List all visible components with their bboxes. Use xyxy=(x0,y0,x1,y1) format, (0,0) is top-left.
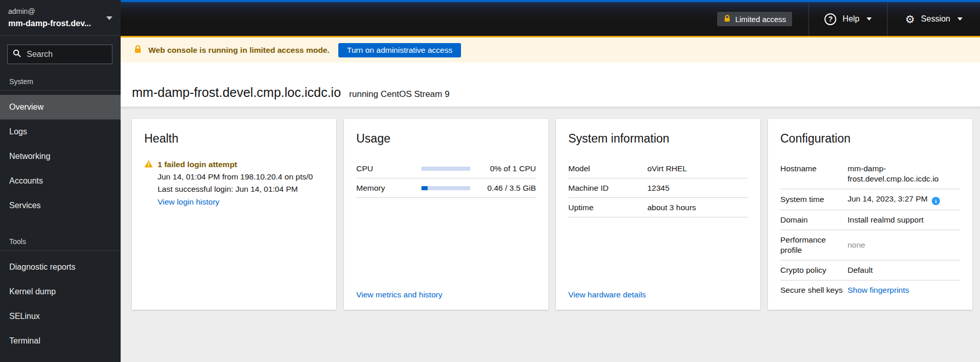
nav-section-title-tools: Tools xyxy=(0,232,121,251)
view-metrics-link[interactable]: View metrics and history xyxy=(356,290,443,299)
health-card-title: Health xyxy=(144,131,324,146)
view-hardware-details-link[interactable]: View hardware details xyxy=(568,290,646,299)
search-input[interactable] xyxy=(26,49,134,59)
secure-shell-keys-label: Secure shell keys xyxy=(780,285,848,295)
sidebar-item-diagnostic-reports[interactable]: Diagnostic reports xyxy=(0,255,121,279)
usage-row-memory: Memory0.46 / 3.5 GiB xyxy=(356,178,536,198)
search-box xyxy=(7,45,112,64)
nav-section-title-system: System xyxy=(0,72,121,91)
sysinfo-row-machine-id: Machine ID12345 xyxy=(568,178,748,198)
info-icon[interactable]: i xyxy=(932,197,940,205)
search-icon xyxy=(13,49,21,59)
configuration-card: Configuration Hostnamemm-damp-frost.deve… xyxy=(768,119,972,310)
domain-value: Install realmd support xyxy=(848,215,960,225)
lock-icon xyxy=(723,14,731,24)
usage-card: Usage CPU0% of 1 CPUMemory0.46 / 3.5 GiB… xyxy=(344,119,548,310)
session-menu[interactable]: ⚙ Session xyxy=(887,2,980,36)
system-time-label: System time xyxy=(780,194,848,205)
sidebar-item-selinux[interactable]: SELinux xyxy=(0,304,121,329)
page-header: mm-damp-frost.devel.cmp.loc.icdc.io runn… xyxy=(121,63,980,107)
performance-profile-value: none xyxy=(848,240,960,250)
page-title: mm-damp-frost.devel.cmp.loc.icdc.io xyxy=(132,85,341,100)
sidebar-item-services[interactable]: Services xyxy=(0,193,121,218)
host-switcher[interactable]: admin@ mm-damp-frost.dev... xyxy=(0,0,121,36)
help-menu[interactable]: ? Help xyxy=(809,2,887,36)
nav-section-system: SystemOverviewLogsNetworkingAccountsServ… xyxy=(0,72,121,218)
os-subtitle: running CentOS Stream 9 xyxy=(349,89,450,99)
failed-login-alert-title: 1 failed login attempt xyxy=(158,158,313,171)
sysinfo-row-uptime: Uptimeabout 3 hours xyxy=(568,198,748,217)
sidebar-item-accounts[interactable]: Accounts xyxy=(0,169,121,193)
hostname-label: Hostname xyxy=(780,164,848,174)
secure-shell-keys-value: Show fingerprints xyxy=(848,285,960,295)
limited-access-label: Limited access xyxy=(735,15,786,24)
configuration-card-title: Configuration xyxy=(780,131,960,146)
limited-access-button[interactable]: Limited access xyxy=(717,12,792,26)
uptime-label: Uptime xyxy=(568,203,647,212)
search-area xyxy=(0,36,121,72)
sidebar-item-terminal[interactable]: Terminal xyxy=(0,329,121,353)
config-row-performance-profile: Performance profilenone xyxy=(780,230,960,260)
crypto-policy-label: Crypto policy xyxy=(780,265,848,275)
config-row-crypto-policy: Crypto policyDefault xyxy=(780,260,960,280)
warning-triangle-icon xyxy=(144,160,153,208)
system-information-card-title: System information xyxy=(568,131,748,146)
model-value: oVirt RHEL xyxy=(647,164,748,173)
failed-login-detail: Jun 14, 01:04 PM from 198.10.20.4 on pts… xyxy=(158,171,313,183)
model-label: Model xyxy=(568,164,647,173)
uptime-value: about 3 hours xyxy=(647,203,748,212)
usage-card-title: Usage xyxy=(356,131,536,146)
configuration-rows: Hostnamemm-damp-frost.devel.cmp.loc.icdc… xyxy=(780,159,960,300)
sidebar: admin@ mm-damp-frost.dev... SystemOvervi… xyxy=(0,0,121,362)
lock-icon xyxy=(133,45,142,56)
show-fingerprints-link[interactable]: Show fingerprints xyxy=(848,286,909,294)
system-time-value: Jun 14, 2023, 3:27 PMi xyxy=(848,194,960,205)
cpu-value: 0% of 1 CPU xyxy=(490,164,536,173)
memory-label: Memory xyxy=(356,184,421,193)
view-login-history-link[interactable]: View login history xyxy=(158,196,219,208)
hostname-value: mm-damp-frost.devel.cmp.loc.icdc.io xyxy=(848,164,960,184)
chevron-down-icon xyxy=(957,17,963,21)
gear-icon: ⚙ xyxy=(905,14,915,25)
crypto-policy-value: Default xyxy=(848,265,960,275)
memory-progress-bar xyxy=(421,186,470,190)
machine-id-value: 12345 xyxy=(647,184,748,193)
domain-label: Domain xyxy=(780,215,848,225)
sidebar-nav: SystemOverviewLogsNetworkingAccountsServ… xyxy=(0,72,121,353)
sidebar-item-kernel-dump[interactable]: Kernel dump xyxy=(0,279,121,304)
sidebar-item-networking[interactable]: Networking xyxy=(0,144,121,169)
session-label: Session xyxy=(921,14,950,24)
turn-on-admin-access-button[interactable]: Turn on administrative access xyxy=(338,43,461,57)
config-row-secure-shell-keys: Secure shell keysShow fingerprints xyxy=(780,280,960,300)
performance-profile-label: Performance profile xyxy=(780,235,848,255)
help-label: Help xyxy=(842,14,859,24)
usage-rows: CPU0% of 1 CPUMemory0.46 / 3.5 GiB xyxy=(356,159,536,198)
sidebar-item-overview[interactable]: Overview xyxy=(0,95,121,119)
usage-row-cpu: CPU0% of 1 CPU xyxy=(356,159,536,178)
machine-id-label: Machine ID xyxy=(568,184,647,193)
sidebar-item-logs[interactable]: Logs xyxy=(0,119,121,144)
help-icon: ? xyxy=(824,13,836,25)
config-row-system-time: System timeJun 14, 2023, 3:27 PMi xyxy=(780,189,960,210)
chevron-down-icon xyxy=(867,17,872,21)
current-host: mm-damp-frost.dev... xyxy=(8,18,112,29)
banner-message: Web console is running in limited access… xyxy=(148,46,330,55)
chevron-down-icon xyxy=(106,16,112,20)
masthead: Limited access ? Help ⚙ Session xyxy=(121,0,980,36)
cpu-label: CPU xyxy=(356,164,421,173)
system-information-rows: ModeloVirt RHELMachine ID12345Uptimeabou… xyxy=(568,159,748,217)
config-row-domain: DomainInstall realmd support xyxy=(780,210,960,230)
overview-content: Health 1 failed login attempt Jun 14, 01… xyxy=(121,107,980,362)
health-card: Health 1 failed login attempt Jun 14, 01… xyxy=(132,119,336,310)
memory-progress-fill xyxy=(421,186,428,190)
sysinfo-row-model: ModeloVirt RHEL xyxy=(568,159,748,178)
memory-value: 0.46 / 3.5 GiB xyxy=(487,184,536,193)
config-row-hostname: Hostnamemm-damp-frost.devel.cmp.loc.icdc… xyxy=(780,159,960,189)
limited-access-banner: Web console is running in limited access… xyxy=(121,36,980,63)
logged-in-user: admin@ xyxy=(8,6,112,16)
last-successful-login: Last successful login: Jun 14, 01:04 PM xyxy=(158,183,313,195)
system-information-card: System information ModeloVirt RHELMachin… xyxy=(556,119,760,310)
cpu-progress-bar xyxy=(421,167,470,171)
nav-section-tools: ToolsDiagnostic reportsKernel dumpSELinu… xyxy=(0,232,121,353)
